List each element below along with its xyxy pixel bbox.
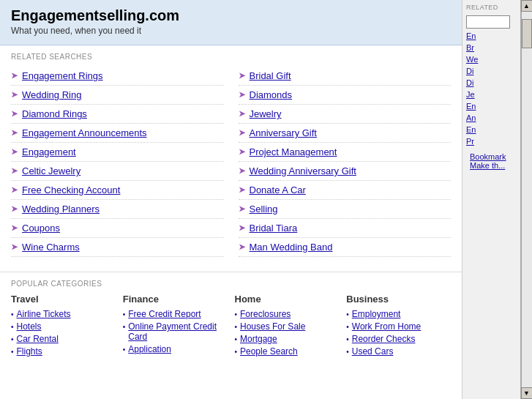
sidebar-link-5[interactable]: Je [466,90,517,99]
link-anniversary-gift[interactable]: Anniversary Gift [250,127,317,138]
arrow-icon: ➤ [239,128,245,138]
sidebar-link-6[interactable]: En [466,102,517,111]
link-jewelry[interactable]: Jewelry [250,108,282,119]
link-donate-a-car[interactable]: Donate A Car [250,184,306,195]
link-used-cars[interactable]: Used Cars [352,346,394,357]
scroll-down-button[interactable]: ▼ [521,387,533,399]
arrow-icon: ➤ [239,223,245,233]
link-engagement-rings[interactable]: Engagement Rings [22,70,103,81]
list-item: • Work From Home [346,321,451,332]
list-item: ➤ Diamonds [239,86,452,105]
link-flights[interactable]: Flights [17,346,42,357]
list-item: • Mortgage [235,334,340,344]
arrow-icon: ➤ [11,71,18,81]
link-houses-for-sale[interactable]: Houses For Sale [240,321,305,332]
list-item: ➤ Bridal Tiara [239,219,452,238]
list-item: ➤ Wedding Anniversary Gift [239,162,452,181]
bookmark-line1: Bookmark [470,152,506,161]
sidebar-link-9[interactable]: Pr [466,137,517,146]
link-hotels[interactable]: Hotels [17,321,42,332]
list-item: • People Search [235,346,340,357]
arrow-icon: ➤ [239,109,245,119]
link-wedding-ring[interactable]: Wedding Ring [22,89,81,100]
bullet-icon: • [235,335,238,343]
bullet-icon: • [123,323,126,331]
category-business-title: Business [346,294,451,305]
left-column: ➤ Engagement Rings ➤ Wedding Ring ➤ Diam… [11,67,224,257]
link-selling[interactable]: Selling [250,204,278,215]
link-diamond-rings[interactable]: Diamond Rings [22,108,87,119]
sidebar-link-2[interactable]: We [466,55,517,64]
list-item: • Employment [346,309,451,319]
link-free-credit-report[interactable]: Free Credit Report [128,309,201,319]
link-celtic-jewelry[interactable]: Celtic Jewelry [22,165,80,176]
popular-categories-label: POPULAR CATEGORIES [11,280,451,288]
scroll-track[interactable] [521,12,532,387]
scroll-thumb[interactable] [522,19,532,48]
link-man-wedding-band[interactable]: Man Wedding Band [250,242,333,253]
link-airline-tickets[interactable]: Airline Tickets [17,309,71,319]
popular-categories-section: POPULAR CATEGORIES Travel • Airline Tick… [0,272,462,366]
link-coupons[interactable]: Coupons [22,223,60,234]
link-engagement-announcements[interactable]: Engagement Announcements [22,127,147,138]
bullet-icon: • [11,310,14,318]
sidebar-link-1[interactable]: Br [466,43,517,52]
bullet-icon: • [346,335,349,343]
list-item: ➤ Jewelry [239,105,452,124]
list-item: ➤ Engagement Announcements [11,124,224,143]
list-item: ➤ Engagement [11,143,224,162]
list-item: ➤ Bridal Gift [239,67,452,86]
site-subtitle: What you need, when you need it [11,26,451,36]
link-wine-charms[interactable]: Wine Charms [22,242,80,253]
vertical-scrollbar[interactable]: ▲ ▼ [520,0,532,399]
link-work-from-home[interactable]: Work From Home [352,321,421,332]
link-wedding-anniversary-gift[interactable]: Wedding Anniversary Gift [250,165,356,176]
sidebar-search-input[interactable] [466,15,510,29]
bullet-icon: • [346,323,349,331]
related-searches-label: RELATED SEARCHES [11,53,451,61]
link-diamonds[interactable]: Diamonds [250,89,293,100]
category-business: Business • Employment • Work From Home •… [346,294,451,359]
arrow-icon: ➤ [11,147,18,157]
link-foreclosures[interactable]: Foreclosures [240,309,291,319]
list-item: • Flights [11,346,116,357]
sidebar-label: RELATED [466,4,517,11]
bullet-icon: • [11,335,14,343]
sidebar-link-3[interactable]: Di [466,67,517,75]
list-item: ➤ Celtic Jewelry [11,162,224,181]
list-item: ➤ Donate A Car [239,181,452,200]
link-project-management[interactable]: Project Management [250,146,337,157]
link-wedding-planners[interactable]: Wedding Planners [22,204,100,215]
sidebar-link-8[interactable]: En [466,125,517,134]
site-title: Engagementselling.com [11,7,451,24]
link-application[interactable]: Application [128,344,171,354]
link-free-checking[interactable]: Free Checking Account [22,184,120,195]
link-bridal-tiara[interactable]: Bridal Tiara [250,223,298,234]
sidebar-link-4[interactable]: Di [466,78,517,87]
bookmark-line2: Make th... [470,161,505,170]
link-mortgage[interactable]: Mortgage [240,334,277,344]
bullet-icon: • [235,323,238,331]
link-employment[interactable]: Employment [352,309,401,319]
arrow-icon: ➤ [11,109,18,119]
list-item: ➤ Wedding Planners [11,200,224,219]
link-people-search[interactable]: People Search [240,346,298,357]
list-item: • Online Payment Credit Card [123,321,228,342]
bookmark-area[interactable]: Bookmark Make th... [466,149,517,174]
category-home: Home • Foreclosures • Houses For Sale • … [235,294,340,359]
list-item: ➤ Free Checking Account [11,181,224,200]
arrow-icon: ➤ [239,71,245,81]
list-item: ➤ Anniversary Gift [239,124,452,143]
arrow-icon: ➤ [11,90,18,100]
link-reorder-checks[interactable]: Reorder Checks [352,334,416,344]
bullet-icon: • [11,348,14,356]
arrow-icon: ➤ [11,166,18,176]
link-engagement[interactable]: Engagement [22,146,76,157]
link-bridal-gift[interactable]: Bridal Gift [250,70,291,81]
sidebar-link-0[interactable]: En [466,31,517,40]
list-item: ➤ Project Management [239,143,452,162]
link-car-rental[interactable]: Car Rental [17,334,59,344]
link-online-payment-credit-card[interactable]: Online Payment Credit Card [128,321,227,342]
scroll-up-button[interactable]: ▲ [521,0,533,12]
sidebar-link-7[interactable]: An [466,113,517,122]
